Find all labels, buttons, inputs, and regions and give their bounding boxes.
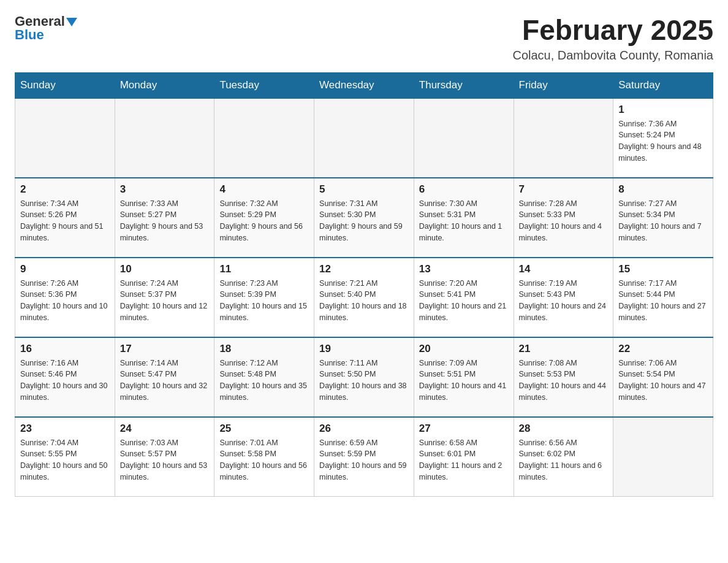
calendar-day-cell: 1Sunrise: 7:36 AMSunset: 5:24 PMDaylight…: [613, 98, 713, 178]
calendar-day-cell: 17Sunrise: 7:14 AMSunset: 5:47 PMDayligh…: [115, 337, 214, 417]
calendar-day-cell: [115, 98, 214, 178]
calendar-day-cell: 13Sunrise: 7:20 AMSunset: 5:41 PMDayligh…: [414, 258, 514, 337]
svg-marker-0: [66, 18, 77, 26]
day-number: 25: [219, 423, 309, 435]
day-number: 12: [319, 263, 409, 275]
day-info: Sunrise: 6:59 AMSunset: 5:59 PMDaylight:…: [319, 437, 409, 483]
day-info: Sunrise: 7:36 AMSunset: 5:24 PMDaylight:…: [618, 118, 708, 164]
calendar-day-cell: [514, 98, 613, 178]
day-number: 26: [319, 423, 409, 435]
calendar-week-row: 9Sunrise: 7:26 AMSunset: 5:36 PMDaylight…: [15, 258, 713, 337]
day-number: 13: [419, 263, 509, 275]
calendar-day-cell: 28Sunrise: 6:56 AMSunset: 6:02 PMDayligh…: [514, 417, 613, 497]
day-number: 7: [519, 183, 609, 196]
month-title: February 2025: [512, 15, 713, 46]
weekday-header-friday: Friday: [514, 72, 613, 98]
day-info: Sunrise: 7:01 AMSunset: 5:58 PMDaylight:…: [219, 437, 309, 483]
day-number: 23: [20, 423, 110, 435]
day-number: 21: [519, 343, 609, 355]
day-info: Sunrise: 7:32 AMSunset: 5:29 PMDaylight:…: [219, 198, 309, 244]
calendar-day-cell: 27Sunrise: 6:58 AMSunset: 6:01 PMDayligh…: [414, 417, 514, 497]
day-number: 22: [618, 343, 708, 355]
weekday-header-monday: Monday: [115, 72, 214, 98]
weekday-header-sunday: Sunday: [15, 72, 115, 98]
calendar-day-cell: 20Sunrise: 7:09 AMSunset: 5:51 PMDayligh…: [414, 337, 514, 417]
day-info: Sunrise: 7:23 AMSunset: 5:39 PMDaylight:…: [219, 278, 309, 324]
day-info: Sunrise: 7:30 AMSunset: 5:31 PMDaylight:…: [419, 198, 509, 244]
calendar-day-cell: [214, 98, 314, 178]
page-header: General Blue February 2025 Colacu, Dambo…: [15, 15, 713, 63]
day-number: 24: [120, 423, 210, 435]
day-info: Sunrise: 6:58 AMSunset: 6:01 PMDaylight:…: [419, 437, 509, 483]
calendar-day-cell: 8Sunrise: 7:27 AMSunset: 5:34 PMDaylight…: [613, 178, 713, 258]
day-number: 17: [120, 343, 210, 355]
calendar-day-cell: 6Sunrise: 7:30 AMSunset: 5:31 PMDaylight…: [414, 178, 514, 258]
day-number: 8: [618, 183, 708, 196]
calendar-week-row: 2Sunrise: 7:34 AMSunset: 5:26 PMDaylight…: [15, 178, 713, 258]
day-number: 4: [219, 183, 309, 196]
day-info: Sunrise: 7:27 AMSunset: 5:34 PMDaylight:…: [618, 198, 708, 244]
calendar-day-cell: 2Sunrise: 7:34 AMSunset: 5:26 PMDaylight…: [15, 178, 115, 258]
day-info: Sunrise: 7:17 AMSunset: 5:44 PMDaylight:…: [618, 278, 708, 324]
calendar-day-cell: 4Sunrise: 7:32 AMSunset: 5:29 PMDaylight…: [214, 178, 314, 258]
weekday-header-tuesday: Tuesday: [214, 72, 314, 98]
weekday-header-saturday: Saturday: [613, 72, 713, 98]
calendar-day-cell: [414, 98, 514, 178]
day-info: Sunrise: 7:28 AMSunset: 5:33 PMDaylight:…: [519, 198, 609, 244]
day-info: Sunrise: 7:12 AMSunset: 5:48 PMDaylight:…: [219, 358, 309, 404]
logo-arrow-icon: [66, 16, 77, 27]
day-info: Sunrise: 7:09 AMSunset: 5:51 PMDaylight:…: [419, 358, 509, 404]
calendar-table: SundayMondayTuesdayWednesdayThursdayFrid…: [15, 72, 713, 497]
day-info: Sunrise: 6:56 AMSunset: 6:02 PMDaylight:…: [519, 437, 609, 483]
calendar-day-cell: 25Sunrise: 7:01 AMSunset: 5:58 PMDayligh…: [214, 417, 314, 497]
day-number: 14: [519, 263, 609, 275]
day-number: 9: [20, 263, 110, 275]
title-section: February 2025 Colacu, Dambovita County, …: [512, 15, 713, 63]
weekday-header-wednesday: Wednesday: [314, 72, 414, 98]
weekday-header-row: SundayMondayTuesdayWednesdayThursdayFrid…: [15, 72, 713, 98]
location-title: Colacu, Dambovita County, Romania: [512, 48, 713, 63]
calendar-week-row: 1Sunrise: 7:36 AMSunset: 5:24 PMDaylight…: [15, 98, 713, 178]
day-info: Sunrise: 7:04 AMSunset: 5:55 PMDaylight:…: [20, 437, 110, 483]
day-number: 6: [419, 183, 509, 196]
day-info: Sunrise: 7:26 AMSunset: 5:36 PMDaylight:…: [20, 278, 110, 324]
calendar-day-cell: 7Sunrise: 7:28 AMSunset: 5:33 PMDaylight…: [514, 178, 613, 258]
day-number: 18: [219, 343, 309, 355]
day-number: 1: [618, 104, 708, 116]
day-info: Sunrise: 7:31 AMSunset: 5:30 PMDaylight:…: [319, 198, 409, 244]
calendar-day-cell: 21Sunrise: 7:08 AMSunset: 5:53 PMDayligh…: [514, 337, 613, 417]
day-info: Sunrise: 7:03 AMSunset: 5:57 PMDaylight:…: [120, 437, 210, 483]
logo-general-text: General: [15, 15, 65, 28]
day-number: 19: [319, 343, 409, 355]
calendar-day-cell: 23Sunrise: 7:04 AMSunset: 5:55 PMDayligh…: [15, 417, 115, 497]
calendar-day-cell: 19Sunrise: 7:11 AMSunset: 5:50 PMDayligh…: [314, 337, 414, 417]
day-info: Sunrise: 7:16 AMSunset: 5:46 PMDaylight:…: [20, 358, 110, 404]
calendar-day-cell: 9Sunrise: 7:26 AMSunset: 5:36 PMDaylight…: [15, 258, 115, 337]
day-number: 28: [519, 423, 609, 435]
day-info: Sunrise: 7:08 AMSunset: 5:53 PMDaylight:…: [519, 358, 609, 404]
calendar-header: SundayMondayTuesdayWednesdayThursdayFrid…: [15, 72, 713, 98]
calendar-day-cell: 3Sunrise: 7:33 AMSunset: 5:27 PMDaylight…: [115, 178, 214, 258]
day-info: Sunrise: 7:24 AMSunset: 5:37 PMDaylight:…: [120, 278, 210, 324]
day-number: 3: [120, 183, 210, 196]
calendar-day-cell: 15Sunrise: 7:17 AMSunset: 5:44 PMDayligh…: [613, 258, 713, 337]
day-info: Sunrise: 7:33 AMSunset: 5:27 PMDaylight:…: [120, 198, 210, 244]
day-number: 27: [419, 423, 509, 435]
calendar-day-cell: 26Sunrise: 6:59 AMSunset: 5:59 PMDayligh…: [314, 417, 414, 497]
day-number: 2: [20, 183, 110, 196]
day-number: 10: [120, 263, 210, 275]
day-info: Sunrise: 7:20 AMSunset: 5:41 PMDaylight:…: [419, 278, 509, 324]
calendar-day-cell: [314, 98, 414, 178]
calendar-day-cell: 12Sunrise: 7:21 AMSunset: 5:40 PMDayligh…: [314, 258, 414, 337]
day-number: 11: [219, 263, 309, 275]
calendar-week-row: 16Sunrise: 7:16 AMSunset: 5:46 PMDayligh…: [15, 337, 713, 417]
day-number: 5: [319, 183, 409, 196]
calendar-body: 1Sunrise: 7:36 AMSunset: 5:24 PMDaylight…: [15, 98, 713, 497]
calendar-day-cell: 16Sunrise: 7:16 AMSunset: 5:46 PMDayligh…: [15, 337, 115, 417]
day-number: 15: [618, 263, 708, 275]
calendar-day-cell: 10Sunrise: 7:24 AMSunset: 5:37 PMDayligh…: [115, 258, 214, 337]
day-info: Sunrise: 7:34 AMSunset: 5:26 PMDaylight:…: [20, 198, 110, 244]
day-info: Sunrise: 7:19 AMSunset: 5:43 PMDaylight:…: [519, 278, 609, 324]
calendar-day-cell: 5Sunrise: 7:31 AMSunset: 5:30 PMDaylight…: [314, 178, 414, 258]
calendar-day-cell: 22Sunrise: 7:06 AMSunset: 5:54 PMDayligh…: [613, 337, 713, 417]
